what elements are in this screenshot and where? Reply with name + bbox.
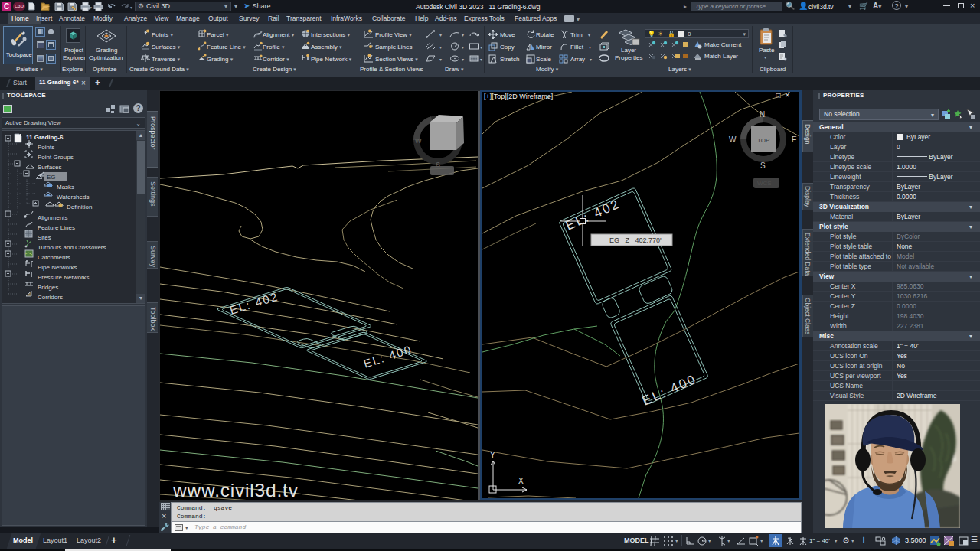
svg-text:EG Z 402.770': EG Z 402.770' (609, 236, 662, 244)
svg-text:EL: 402: EL: 402 (564, 196, 622, 233)
svg-text:S: S (760, 161, 766, 170)
svg-text:TOP: TOP (757, 137, 769, 144)
svg-text:Y: Y (490, 451, 495, 459)
svg-text:X: X (518, 477, 524, 485)
svg-text:E: E (792, 135, 797, 144)
svg-text:WCS: WCS (757, 180, 772, 187)
svg-text:EL: 402: EL: 402 (228, 289, 280, 316)
svg-text:W: W (415, 137, 422, 145)
svg-text:N: N (760, 110, 765, 119)
svg-text:W: W (729, 135, 737, 144)
